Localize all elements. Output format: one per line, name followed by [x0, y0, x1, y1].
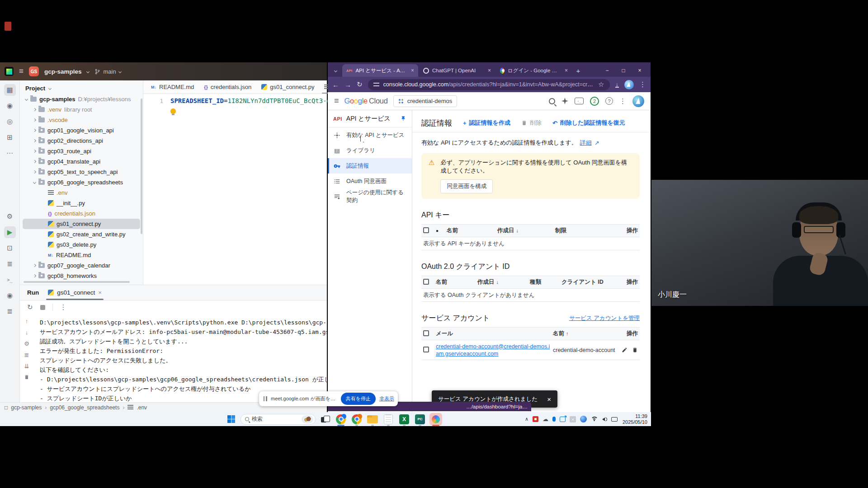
help-icon[interactable]: ?: [605, 97, 613, 105]
create-credentials-button[interactable]: + 認証情報を作成: [463, 119, 510, 127]
scroll-bottom-icon[interactable]: ↓: [25, 329, 28, 336]
project-selector[interactable]: credential-demos: [393, 95, 458, 107]
chevron-right-icon[interactable]: [33, 129, 36, 132]
tray-close-icon[interactable]: ×: [570, 416, 576, 422]
project-badge[interactable]: GS: [29, 66, 39, 76]
delete-button[interactable]: 削除: [521, 119, 542, 127]
wifi-icon[interactable]: [591, 417, 598, 422]
account-avatar[interactable]: [632, 95, 644, 107]
branch-selector[interactable]: main: [94, 68, 121, 75]
services-tool-icon[interactable]: ≣: [4, 258, 16, 270]
chevron-right-icon[interactable]: [33, 274, 36, 277]
tab-readme[interactable]: M↓ README.md: [146, 80, 199, 94]
select-all-checkbox[interactable]: [423, 279, 429, 285]
tab-search-icon[interactable]: [330, 66, 340, 75]
main-menu-icon[interactable]: ≡: [19, 67, 24, 76]
window-icon[interactable]: □: [5, 404, 8, 411]
tree-item-gcp07[interactable]: gcp07_google_calendar: [23, 260, 140, 271]
tree-item-gcp06[interactable]: gcp06_google_spreadsheets: [23, 177, 140, 188]
copilot-tray-icon[interactable]: [580, 416, 587, 422]
taskbar-notepad[interactable]: [382, 413, 395, 426]
structure-tool-icon[interactable]: ◎: [4, 116, 16, 127]
project-name[interactable]: gcp-samples: [44, 68, 82, 75]
tab-credentials[interactable]: {} credentials.json: [199, 80, 256, 94]
snip-icon[interactable]: [560, 417, 566, 422]
profile-avatar[interactable]: [624, 80, 634, 89]
column-header[interactable]: メール: [436, 330, 553, 338]
tray-expand-icon[interactable]: ∧: [525, 416, 528, 422]
soft-wrap-icon[interactable]: ≣: [24, 352, 29, 358]
taskbar-pycharm[interactable]: PC: [414, 413, 426, 426]
column-header[interactable]: 名前: [447, 227, 497, 235]
trash-icon[interactable]: [632, 347, 638, 353]
rerun-icon[interactable]: ↻: [27, 303, 33, 311]
project-panel-header[interactable]: Project: [20, 82, 143, 94]
scroll-to-end-icon[interactable]: ⇊: [24, 363, 29, 370]
problems-tool-icon[interactable]: ◉: [4, 290, 16, 301]
close-icon[interactable]: ×: [98, 289, 102, 296]
chevron-down-icon[interactable]: [86, 70, 90, 73]
row-checkbox[interactable]: [423, 347, 429, 352]
breadcrumb[interactable]: .env: [137, 404, 147, 411]
notifications-badge[interactable]: 2: [590, 97, 599, 106]
clear-console-icon[interactable]: [24, 374, 29, 380]
navigation-menu-icon[interactable]: ≡: [334, 96, 339, 106]
taskbar-explorer[interactable]: [366, 413, 379, 426]
column-header[interactable]: 作成日↓: [477, 278, 530, 286]
tree-item-env[interactable]: .env: [23, 188, 140, 198]
breadcrumb[interactable]: gcp06_google_spreadsheets: [50, 404, 119, 411]
microphone-icon[interactable]: [552, 417, 556, 422]
sidebar-item-oauth-consent[interactable]: OAuth 同意画面: [328, 174, 412, 189]
bookmark-star-icon[interactable]: ☆: [598, 80, 604, 89]
sidebar-item-usage-agreement[interactable]: ページの使用に関する契約: [328, 189, 412, 204]
plugins-tool-icon[interactable]: ⊞: [4, 131, 16, 143]
tab-google-login[interactable]: ログイン - Google アカウント ×: [496, 64, 572, 77]
configure-consent-button[interactable]: 同意画面を構成: [440, 179, 493, 193]
tree-item-root[interactable]: gcp-samples D:¥projects¥lessons: [23, 94, 140, 104]
chevron-right-icon[interactable]: [33, 118, 36, 122]
tree-item-gcp04[interactable]: gcp04_translate_api: [23, 156, 140, 167]
tree-item-gcp05[interactable]: gcp05_text_to_speech_api: [23, 167, 140, 177]
horizontal-scrollbar[interactable]: [24, 281, 130, 283]
chrome-menu-icon[interactable]: ⋮: [639, 80, 646, 89]
settings-icon[interactable]: ⚙: [4, 211, 16, 222]
close-icon[interactable]: ×: [547, 395, 551, 403]
taskbar-clock[interactable]: 11:39 2025/05/10: [623, 413, 647, 425]
chevron-down-icon[interactable]: [33, 181, 36, 184]
address-bar[interactable]: console.cloud.google.com/apis/credential…: [368, 79, 610, 90]
commit-tool-icon[interactable]: ◉: [4, 100, 16, 112]
gemini-icon[interactable]: [561, 98, 568, 104]
more-options-icon[interactable]: ⋮: [60, 303, 67, 311]
close-icon[interactable]: ×: [411, 67, 414, 74]
tree-item-venv[interactable]: .venv library root: [23, 104, 140, 115]
site-settings-icon[interactable]: [373, 83, 379, 87]
hide-link[interactable]: 非表示: [379, 395, 394, 402]
tree-item-gcp08[interactable]: gcp08_homeworks: [23, 271, 140, 281]
stop-icon[interactable]: [40, 305, 45, 310]
run-config-tab[interactable]: gs01_connect ×: [48, 285, 102, 300]
tree-item-gcp01[interactable]: gcp01_google_vision_api: [23, 125, 140, 136]
service-account-email-link[interactable]: credential-demo-account@credential-demos…: [436, 343, 550, 357]
rotation-lock-icon[interactable]: [611, 417, 618, 422]
chevron-down-icon[interactable]: [25, 98, 28, 101]
minimize-button[interactable]: −: [599, 65, 615, 76]
tab-chatgpt[interactable]: ChatGPT | OpenAI ×: [419, 64, 495, 77]
chevron-right-icon[interactable]: [33, 150, 36, 153]
tree-item-gcp02[interactable]: gcp02_directions_api: [23, 136, 140, 146]
tab-gcp-credentials[interactable]: API API とサービス - API とサービス - c ×: [342, 64, 418, 77]
console-output[interactable]: D:\projects\lessons\gcp-samples\.venv\Sc…: [33, 314, 327, 402]
intention-bulb-icon[interactable]: [170, 108, 176, 114]
search-icon[interactable]: [549, 98, 555, 104]
taskbar-chrome-1[interactable]: [335, 413, 347, 426]
start-button[interactable]: [225, 413, 237, 426]
pin-icon[interactable]: [400, 116, 406, 122]
todo-tool-icon[interactable]: ≣: [4, 305, 16, 317]
column-header[interactable]: 種類: [530, 278, 561, 286]
new-tab-button[interactable]: +: [573, 65, 584, 76]
chevron-right-icon[interactable]: [33, 160, 36, 163]
tree-item-gs03[interactable]: gs03_delete.py: [23, 239, 140, 250]
taskbar-search[interactable]: 検索: [241, 414, 316, 425]
chevron-right-icon[interactable]: [33, 108, 36, 111]
cloud-shell-icon[interactable]: ›_: [575, 98, 584, 104]
back-icon[interactable]: ←: [332, 81, 339, 89]
